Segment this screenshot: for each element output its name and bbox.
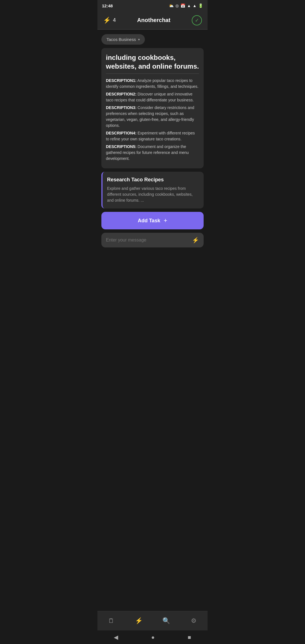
done-button[interactable]: ✓ [192, 15, 202, 25]
check-icon: ✓ [195, 17, 199, 23]
add-task-button[interactable]: Add Task + [101, 212, 204, 229]
wifi-icon: ▲ [187, 3, 191, 8]
battery-icon: 🔋 [198, 3, 203, 8]
signal-icon: ▲ [193, 3, 197, 8]
tacos-business-dropdown[interactable]: Tacos Business ▾ [101, 34, 145, 45]
description-5: DESCRIPTION5: Document and organize the … [106, 144, 199, 162]
location-icon: ◎ [175, 3, 179, 8]
send-flash-icon[interactable]: ⚡ [192, 237, 199, 243]
flash-nav-icon: ⚡ [135, 617, 143, 625]
flash-count: 4 [113, 17, 116, 23]
task-preview-title: Research Taco Recipes [107, 177, 199, 183]
message-input-row: ⚡ [101, 233, 204, 247]
desc4-label: DESCRIPTION4: [106, 131, 136, 135]
desc5-label: DESCRIPTION5: [106, 144, 136, 149]
notes-icon: 🗒 [108, 617, 114, 625]
settings-nav-icon: ⚙ [191, 617, 197, 625]
plus-icon: + [164, 217, 167, 224]
nav-flash[interactable]: ⚡ [132, 615, 146, 626]
nav-search[interactable]: 🔍 [159, 615, 173, 626]
desc1-label: DESCRIPTION1: [106, 78, 136, 83]
back-button[interactable]: ◀ [114, 634, 118, 641]
message-input[interactable] [106, 238, 189, 243]
task-preview-description: Explore and gather various taco recipes … [107, 186, 199, 203]
search-nav-icon: 🔍 [162, 617, 170, 625]
header: ⚡ 4 Anotherchat ✓ [97, 11, 208, 29]
home-button[interactable]: ● [151, 634, 154, 641]
cloud-icon: ⛅ [169, 3, 174, 8]
header-title: Anotherchat [137, 17, 171, 23]
description-3: DESCRIPTION3: Consider dietary restricti… [106, 105, 199, 129]
dropdown-label: Tacos Business [106, 37, 136, 42]
status-bar: 12:48 ⛅ ◎ 📅 ▲ ▲ 🔋 [97, 0, 208, 11]
description-1: DESCRIPTION1: Analyze popular taco recip… [106, 78, 199, 90]
message-card-large: including cookbooks, websites, and onlin… [101, 48, 204, 168]
status-time: 12:48 [102, 3, 113, 8]
header-left: ⚡ 4 [103, 17, 116, 24]
description-2: DESCRIPTION2: Discover unique and innova… [106, 91, 199, 103]
chevron-down-icon: ▾ [138, 38, 140, 42]
description-4: DESCRIPTION4: Experiment with different … [106, 130, 199, 142]
main-content: Tacos Business ▾ including cookbooks, we… [97, 30, 208, 611]
recent-button[interactable]: ■ [188, 634, 191, 641]
calendar-icon: 📅 [180, 3, 185, 8]
add-task-label: Add Task [138, 218, 160, 224]
nav-settings[interactable]: ⚙ [187, 615, 201, 626]
status-icons: ⛅ ◎ 📅 ▲ ▲ 🔋 [169, 3, 203, 8]
desc3-label: DESCRIPTION3: [106, 105, 136, 110]
desc2-label: DESCRIPTION2: [106, 92, 136, 96]
bottom-nav: 🗒 ⚡ 🔍 ⚙ [97, 611, 208, 630]
nav-notes[interactable]: 🗒 [104, 615, 118, 626]
card-title: including cookbooks, websites, and onlin… [106, 53, 199, 74]
android-nav: ◀ ● ■ [97, 630, 208, 644]
task-preview-card[interactable]: Research Taco Recipes Explore and gather… [101, 172, 204, 208]
flash-icon: ⚡ [103, 17, 111, 24]
